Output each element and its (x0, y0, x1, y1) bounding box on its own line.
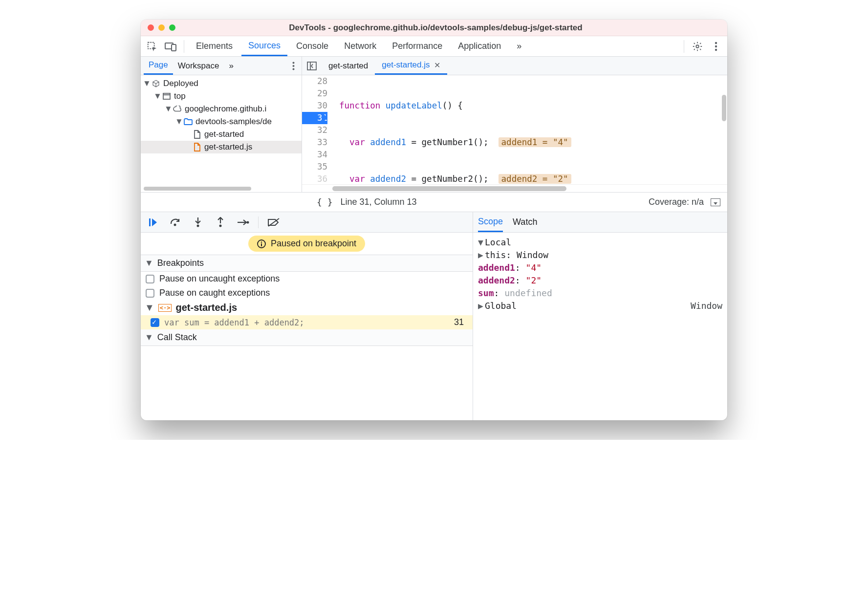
code-lines[interactable]: function updateLabel() { var addend1 = g… (332, 75, 727, 184)
tree-label: get-started.js (204, 142, 252, 152)
editor-pane: get-started get-started.js ✕ 282930 3132… (302, 57, 727, 192)
svg-rect-14 (149, 218, 151, 226)
editor-tab-js[interactable]: get-started.js ✕ (375, 57, 447, 75)
zoom-window-button[interactable] (169, 24, 175, 31)
separator (258, 216, 259, 228)
breakpoint-line-number: 31 (454, 317, 469, 327)
editor-tab-html[interactable]: get-started (322, 57, 375, 75)
checkbox-unchecked[interactable] (146, 275, 154, 283)
tree-label: Deployed (163, 79, 198, 88)
gutter[interactable]: 282930 313233 343536 (302, 75, 332, 184)
svg-point-21 (247, 221, 249, 223)
tree-file-html[interactable]: get-started (141, 128, 302, 141)
callstack-header[interactable]: ▼Call Stack (141, 329, 473, 346)
svg-point-3 (696, 45, 699, 48)
watch-tab[interactable]: Watch (513, 212, 537, 232)
tree-label: devtools-samples/de (195, 117, 272, 127)
svg-point-9 (293, 68, 295, 70)
navigator-hscroll[interactable] (141, 185, 302, 192)
svg-rect-2 (172, 44, 176, 51)
tree-label: get-started (204, 130, 244, 139)
tab-application[interactable]: Application (451, 36, 508, 56)
tree-node-top[interactable]: ▼ top (141, 90, 302, 103)
breakpoints-header[interactable]: ▼Breakpoints (141, 255, 473, 272)
window-icon (162, 92, 171, 101)
cube-icon (152, 79, 160, 88)
step-into-button[interactable] (191, 215, 205, 230)
paused-banner: Paused on breakpoint (141, 233, 473, 255)
cursor-position: Line 31, Column 13 (341, 197, 417, 207)
inline-value: addend2 = "2" (499, 174, 571, 184)
svg-point-15 (174, 223, 176, 226)
tab-performance[interactable]: Performance (385, 36, 449, 56)
tree-node-origin[interactable]: ▼ googlechrome.github.i (141, 103, 302, 115)
breakpoint-entry[interactable]: var sum = addend1 + addend2; 31 (141, 315, 473, 329)
show-drawer-icon[interactable] (711, 198, 720, 206)
svg-rect-25 (261, 243, 262, 246)
close-window-button[interactable] (148, 24, 154, 31)
scope-tree[interactable]: ▼ Local ▶ this: Window addend1: "4" adde… (473, 233, 727, 420)
resume-button[interactable] (146, 215, 160, 230)
navigator-pane: Page Workspace » ▼ Deployed ▼ top (141, 57, 302, 192)
tab-sources[interactable]: Sources (241, 36, 287, 56)
minimize-window-button[interactable] (158, 24, 165, 31)
info-icon (257, 239, 266, 248)
breakpoint-file-row[interactable]: ▼ <·> get-started.js (141, 300, 473, 315)
svg-rect-10 (163, 93, 170, 99)
tab-network[interactable]: Network (337, 36, 383, 56)
debugger-toolbar (141, 212, 473, 233)
step-over-button[interactable] (168, 215, 183, 230)
step-button[interactable] (236, 215, 250, 230)
checkbox-unchecked[interactable] (146, 289, 154, 298)
scope-tabs: Scope Watch (473, 212, 727, 233)
svg-point-5 (715, 45, 717, 47)
file-tree[interactable]: ▼ Deployed ▼ top ▼ googlechrome.github.i… (141, 75, 302, 185)
tree-node-folder[interactable]: ▼ devtools-samples/de (141, 115, 302, 128)
device-toolbar-icon[interactable] (162, 38, 179, 55)
navigator-more-icon[interactable] (288, 62, 299, 70)
editor-vscroll[interactable] (722, 95, 726, 121)
svg-point-8 (293, 65, 295, 67)
checkbox-checked[interactable] (151, 318, 159, 327)
separator (684, 40, 684, 53)
code-area[interactable]: 282930 313233 343536 function updateLabe… (302, 75, 727, 184)
js-file-icon (193, 143, 201, 152)
pause-uncaught-row[interactable]: Pause on uncaught exceptions (141, 272, 473, 286)
tab-elements[interactable]: Elements (189, 36, 239, 56)
navigator-tab-workspace[interactable]: Workspace (173, 57, 224, 75)
svg-point-17 (197, 224, 199, 227)
tree-label: top (174, 91, 186, 101)
step-out-button[interactable] (213, 215, 228, 230)
tab-console[interactable]: Console (289, 36, 335, 56)
editor-tab-label: get-started.js (382, 60, 430, 70)
editor-statusbar: { } Line 31, Column 13 Coverage: n/a (141, 193, 727, 212)
pretty-print-icon[interactable]: { } (317, 197, 333, 207)
coverage-status: Coverage: n/a (649, 197, 704, 207)
editor-hscroll[interactable] (302, 184, 727, 192)
navigator-tabs: Page Workspace » (141, 57, 302, 75)
navigator-tabs-overflow[interactable]: » (224, 57, 238, 75)
settings-gear-icon[interactable] (689, 38, 706, 55)
editor-tabs: get-started get-started.js ✕ (302, 57, 727, 75)
pause-caught-row[interactable]: Pause on caught exceptions (141, 286, 473, 300)
js-badge-icon: <·> (158, 304, 172, 312)
scope-tab[interactable]: Scope (478, 212, 503, 232)
toggle-navigator-icon[interactable] (302, 62, 322, 70)
window-title: DevTools - googlechrome.github.io/devtoo… (175, 23, 720, 33)
tree-label: googlechrome.github.i (185, 104, 266, 114)
traffic-lights (148, 24, 175, 31)
navigator-tab-page[interactable]: Page (144, 57, 173, 75)
svg-point-19 (219, 224, 222, 227)
debugger-left: Paused on breakpoint ▼Breakpoints Pause … (141, 212, 473, 420)
close-tab-icon[interactable]: ✕ (434, 61, 440, 70)
inspect-element-icon[interactable] (144, 38, 160, 55)
tree-node-deployed[interactable]: ▼ Deployed (141, 77, 302, 90)
more-menu-icon[interactable] (708, 38, 724, 55)
devtools-window: DevTools - googlechrome.github.io/devtoo… (141, 20, 727, 420)
tabs-overflow[interactable]: » (510, 36, 528, 56)
debugger-panes: Paused on breakpoint ▼Breakpoints Pause … (141, 212, 727, 420)
svg-point-4 (715, 42, 717, 43)
tree-file-js[interactable]: get-started.js (141, 141, 302, 153)
deactivate-breakpoints-button[interactable] (266, 215, 281, 230)
svg-point-24 (261, 241, 262, 242)
